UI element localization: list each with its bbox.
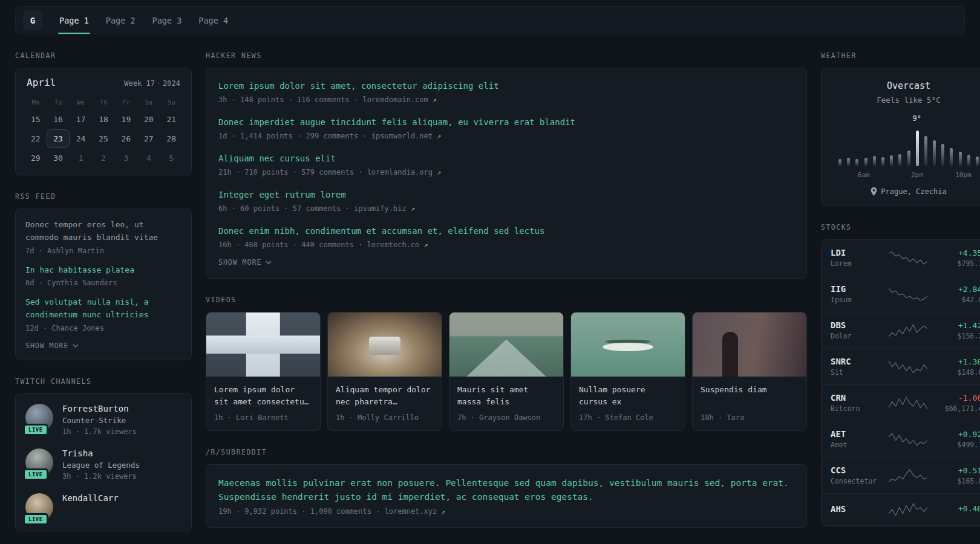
stock-sparkline	[885, 250, 931, 266]
video-thumbnail	[449, 312, 563, 377]
stock-row[interactable]: CCSConsectetur +0.51%$165.84	[822, 457, 980, 493]
rss-card: Donec tempor eros leo, ut commodo mauris…	[15, 209, 192, 360]
stock-row[interactable]: IIGIpsum +2.84%$42.04	[822, 276, 980, 312]
stock-name: Consectetur	[831, 477, 884, 485]
hn-domain-link[interactable]: loremtech.co	[367, 241, 420, 249]
video-title-link[interactable]: Lorem ipsum dolor sit amet consectetu…	[214, 384, 312, 409]
hn-show-more-button[interactable]: SHOW MORE	[218, 258, 272, 267]
calendar-day: 17	[70, 110, 92, 129]
stock-row[interactable]: DBSDolor +1.42%$156.28	[822, 312, 980, 348]
video-title-link[interactable]: Mauris sit amet massa felis	[457, 384, 555, 409]
stock-symbol: CRN	[831, 393, 885, 403]
stock-price: $165.84	[931, 477, 980, 485]
calendar-day-next-month: 3	[115, 149, 137, 167]
hn-domain-link[interactable]: ipsumworld.net	[371, 132, 433, 140]
calendar-day: 18	[92, 110, 114, 129]
hackernews-widget-title: HACKER NEWS	[206, 51, 807, 60]
video-card[interactable]: Nullam posuere cursus ex 17h · Stefan Co…	[570, 312, 685, 431]
left-column: CALENDAR April Week 17·2024 Mo Tu We Th …	[15, 47, 192, 544]
hn-item-link[interactable]: Lorem ipsum dolor sit amet, consectetur …	[218, 80, 794, 92]
stock-name: Sit	[831, 368, 884, 377]
tab-page-3[interactable]: Page 3	[144, 7, 191, 34]
stock-name: Ipsum	[831, 296, 884, 304]
show-more-label: SHOW MORE	[218, 258, 261, 267]
calendar-widget-title: CALENDAR	[15, 51, 192, 60]
calendar-dow: Su	[160, 94, 183, 109]
channel-meta: 1h · 1.7k viewers	[62, 427, 137, 436]
video-card[interactable]: Mauris sit amet massa felis 7h · Grayson…	[449, 312, 564, 431]
chevron-down-icon	[73, 344, 79, 348]
hn-item-link[interactable]: Donec enim nibh, condimentum et accumsan…	[218, 225, 794, 238]
tab-page-2[interactable]: Page 2	[97, 7, 144, 34]
tab-page-4[interactable]: Page 4	[190, 7, 237, 34]
calendar-card: April Week 17·2024 Mo Tu We Th Fr Sa Su …	[15, 68, 192, 175]
rss-item-meta: 8d · Cynthia Saunders	[25, 279, 181, 287]
channel-name: KendallCarr	[62, 493, 119, 503]
rss-item-link[interactable]: Donec tempor eros leo, ut commodo mauris…	[25, 219, 181, 244]
video-title-link[interactable]: Nullam posuere cursus ex	[579, 384, 677, 409]
hn-domain-link[interactable]: ipsumify.biz	[354, 204, 407, 213]
rss-item: Donec tempor eros leo, ut commodo mauris…	[25, 219, 181, 255]
weather-condition: Overcast	[831, 80, 980, 91]
reddit-post-link[interactable]: Maecenas mollis pulvinar erat non posuer…	[218, 476, 794, 504]
stock-symbol: IIG	[831, 284, 885, 294]
external-link-icon: ↗	[437, 132, 441, 140]
video-title-link[interactable]: Aliquam tempor dolor nec pharetra…	[336, 384, 434, 409]
stock-price: $156.28	[931, 332, 980, 340]
weather-widget: WEATHER Overcast Feels like 5°C 9° 6am 2…	[821, 51, 980, 206]
video-card[interactable]: Aliquam tempor dolor nec pharetra… 1h · …	[327, 312, 442, 431]
weather-location-label: Prague, Czechia	[881, 187, 946, 196]
stock-change: +0.46%	[931, 504, 980, 513]
reddit-domain-link[interactable]: loremnet.xyz	[385, 507, 437, 516]
videos-widget: VIDEOS Lorem ipsum dolor sit amet consec…	[206, 296, 807, 431]
stock-row[interactable]: AETAmet +0.92%$499.72	[822, 421, 980, 457]
stock-row[interactable]: CRNBitcorn -1.00%$66,171.48	[822, 384, 980, 421]
calendar-day: 30	[47, 149, 69, 167]
stock-sparkline	[885, 468, 931, 484]
weather-bar	[959, 152, 962, 166]
hn-item-meta: 6h · 60 points · 57 comments · ipsumify.…	[218, 204, 794, 213]
hn-item-link[interactable]: Donec imperdiet augue tincidunt felis al…	[218, 116, 794, 129]
weather-peak-temp: 9°	[912, 114, 921, 123]
calendar-day-next-month: 4	[137, 149, 160, 167]
video-card[interactable]: Suspendis diam 18h · Tara	[692, 312, 807, 431]
stock-price: $795.18	[931, 259, 980, 268]
hn-item-meta: 16h · 468 points · 440 comments · loremt…	[218, 241, 794, 249]
hn-item-link[interactable]: Aliquam nec cursus elit	[218, 152, 794, 165]
weather-bar	[976, 157, 979, 166]
rss-item-link[interactable]: In hac habitasse platea	[25, 264, 181, 277]
video-card[interactable]: Lorem ipsum dolor sit amet consectetu… 1…	[206, 312, 321, 431]
stock-change: +2.84%	[931, 285, 980, 294]
stock-row[interactable]: AHS +0.46%	[822, 493, 980, 525]
weather-bar	[924, 136, 927, 166]
hn-domain-link[interactable]: loremdomain.com	[362, 96, 428, 104]
stock-symbol: LDI	[831, 248, 885, 257]
tab-page-1[interactable]: Page 1	[51, 7, 97, 34]
external-link-icon: ↗	[433, 96, 437, 104]
hn-item-link[interactable]: Integer eget rutrum lorem	[218, 189, 794, 201]
external-link-icon: ↗	[411, 204, 415, 213]
weather-time-label: 6am	[858, 171, 870, 179]
video-meta: 18h · Tara	[701, 413, 799, 422]
subreddit-widget: /R/SUBREDDIT Maecenas mollis pulvinar er…	[206, 448, 807, 528]
stock-name: Dolor	[831, 332, 884, 340]
twitch-channel-row[interactable]: LIVE ForrestBurton Counter-Strike 1h · 1…	[25, 404, 181, 436]
stock-row[interactable]: SNRCSit +1.36%$148.64	[822, 348, 980, 384]
hn-domain-link[interactable]: loremlandia.org	[367, 168, 433, 176]
app-logo[interactable]: G	[23, 11, 42, 30]
weather-bar	[855, 159, 858, 166]
weather-bar	[881, 157, 884, 167]
calendar-day-next-month: 1	[70, 149, 92, 167]
calendar-day: 27	[137, 129, 160, 148]
rss-show-more-button[interactable]: SHOW MORE	[25, 342, 79, 350]
weather-card: Overcast Feels like 5°C 9° 6am 2pm 10pm …	[821, 68, 980, 206]
calendar-day: 20	[137, 110, 160, 129]
calendar-dow: Sa	[137, 94, 160, 109]
hn-item: Donec imperdiet augue tincidunt felis al…	[218, 116, 794, 140]
rss-item-link[interactable]: Sed volutpat nulla nisl, a condimentum n…	[25, 296, 181, 322]
stock-row[interactable]: LDILorem +4.35%$795.18	[822, 240, 980, 276]
twitch-channel-row[interactable]: LIVE Trisha League of Legends 3h · 1.2k …	[25, 448, 181, 481]
weather-bar	[907, 151, 910, 166]
video-title-link[interactable]: Suspendis diam	[701, 384, 799, 409]
twitch-channel-row[interactable]: LIVE KendallCarr	[25, 493, 181, 521]
